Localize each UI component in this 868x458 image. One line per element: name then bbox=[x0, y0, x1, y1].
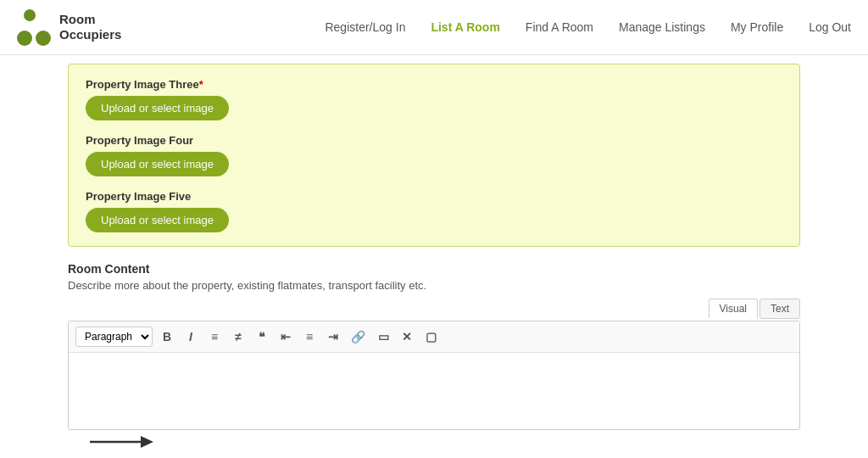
fullscreen-button[interactable]: ✕ bbox=[398, 328, 416, 345]
bold-button[interactable]: B bbox=[158, 328, 176, 345]
property-image-five-field: Property Image Five Upload or select ima… bbox=[86, 190, 782, 232]
room-content-section: Room Content Describe more about the pro… bbox=[68, 262, 800, 430]
upload-image-five-button[interactable]: Upload or select image bbox=[86, 208, 229, 232]
property-image-three-field: Property Image Three* Upload or select i… bbox=[86, 78, 782, 120]
link-button[interactable]: 🔗 bbox=[348, 328, 369, 345]
arrow-icon bbox=[86, 429, 153, 455]
align-right-button[interactable]: ⇥ bbox=[324, 328, 342, 345]
header: Room Occupiers Register/Log In List A Ro… bbox=[0, 0, 868, 55]
tab-text[interactable]: Text bbox=[760, 299, 800, 319]
nav-list-a-room[interactable]: List A Room bbox=[431, 20, 499, 34]
editor-box: Paragraph Heading 1 Heading 2 B I ≡ ≠ ❝ … bbox=[68, 321, 800, 430]
align-center-button[interactable]: ≡ bbox=[300, 328, 319, 345]
editor-area bbox=[69, 353, 799, 429]
grid-button[interactable]: ▢ bbox=[421, 328, 440, 345]
required-star: * bbox=[199, 78, 203, 91]
nav-manage-listings[interactable]: Manage Listings bbox=[619, 20, 705, 34]
tab-visual[interactable]: Visual bbox=[709, 299, 758, 319]
property-images-box: Property Image Three* Upload or select i… bbox=[68, 64, 800, 247]
room-content-title: Room Content bbox=[68, 262, 800, 276]
arrow-indicator bbox=[86, 429, 153, 455]
table-button[interactable]: ▭ bbox=[374, 328, 392, 345]
italic-button[interactable]: I bbox=[181, 328, 200, 345]
align-left-button[interactable]: ⇤ bbox=[276, 328, 295, 345]
format-select[interactable]: Paragraph Heading 1 Heading 2 bbox=[75, 327, 153, 347]
nav-register[interactable]: Register/Log In bbox=[325, 20, 405, 34]
svg-marker-1 bbox=[141, 436, 153, 448]
nav-my-profile[interactable]: My Profile bbox=[731, 20, 783, 34]
editor-toolbar: Paragraph Heading 1 Heading 2 B I ≡ ≠ ❝ … bbox=[69, 321, 799, 353]
nav-log-out[interactable]: Log Out bbox=[809, 20, 851, 34]
property-image-three-label: Property Image Three* bbox=[86, 78, 782, 91]
property-image-five-label: Property Image Five bbox=[86, 190, 782, 203]
upload-image-four-button[interactable]: Upload or select image bbox=[86, 152, 229, 176]
logo: Room Occupiers bbox=[17, 9, 121, 46]
editor-body[interactable] bbox=[69, 353, 799, 421]
editor-tabs: Visual Text bbox=[68, 299, 800, 319]
room-content-description: Describe more about the property, existi… bbox=[68, 279, 800, 292]
nav-find-a-room[interactable]: Find A Room bbox=[526, 20, 593, 34]
blockquote-button[interactable]: ❝ bbox=[253, 328, 271, 345]
property-image-four-field: Property Image Four Upload or select ima… bbox=[86, 134, 782, 176]
ordered-list-button[interactable]: ≠ bbox=[229, 328, 248, 345]
main-content: Property Image Three* Upload or select i… bbox=[0, 64, 868, 458]
upload-image-three-button[interactable]: Upload or select image bbox=[86, 96, 229, 120]
main-nav: Register/Log In List A Room Find A Room … bbox=[325, 20, 851, 34]
logo-text: Room Occupiers bbox=[59, 12, 121, 42]
property-image-four-label: Property Image Four bbox=[86, 134, 782, 147]
logo-icon bbox=[17, 9, 51, 46]
unordered-list-button[interactable]: ≡ bbox=[205, 328, 224, 345]
